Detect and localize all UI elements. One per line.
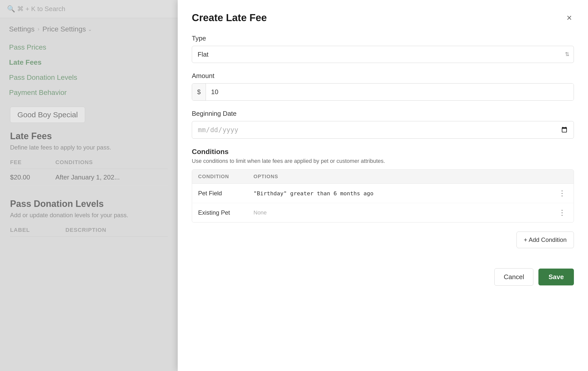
breadcrumb-current-label: Price Settings <box>43 25 86 33</box>
amount-field-group: Amount $ <box>192 72 574 101</box>
search-icon: 🔍 <box>7 5 15 13</box>
amount-prefix: $ <box>192 84 206 100</box>
col-header-options: OPTIONS <box>253 174 568 179</box>
sidebar-item-pass-prices[interactable]: Pass Prices <box>9 43 169 51</box>
type-label: Type <box>192 34 574 42</box>
breadcrumb-current: Price Settings ⌄ <box>43 25 92 33</box>
col-header-label: LABEL <box>10 227 65 233</box>
late-fees-table-header: FEE CONDITIONS <box>10 156 168 169</box>
sidebar-item-late-fees[interactable]: Late Fees <box>9 58 169 66</box>
donation-levels-section: Pass Donation Levels Add or update donat… <box>10 199 168 237</box>
late-fees-desc: Define late fees to apply to your pass. <box>10 144 168 151</box>
conditions-table-header: CONDITION OPTIONS <box>192 170 574 184</box>
sidebar: Pass Prices Late Fees Pass Donation Leve… <box>0 38 178 102</box>
footer-actions: Cancel Save <box>192 268 574 286</box>
col-header-conditions: CONDITIONS <box>55 159 168 166</box>
type-select-wrapper: Flat Percentage ⇅ <box>192 46 574 63</box>
type-field-group: Type Flat Percentage ⇅ <box>192 34 574 63</box>
chevron-down-icon: ⌄ <box>88 26 92 32</box>
sidebar-item-payment-behavior[interactable]: Payment Behavior <box>9 89 169 97</box>
modal-panel: Create Late Fee × Type Flat Percentage ⇅… <box>178 0 588 371</box>
search-text: ⌘ + K to Search <box>17 5 65 13</box>
amount-label: Amount <box>192 72 574 80</box>
beginning-date-field-group: Beginning Date <box>192 110 574 139</box>
conditions-section: Conditions Use conditions to limit when … <box>192 148 574 222</box>
cancel-button[interactable]: Cancel <box>494 268 533 286</box>
sidebar-item-pass-donation-levels[interactable]: Pass Donation Levels <box>9 73 169 82</box>
late-fees-section: Late Fees Define late fees to apply to y… <box>10 131 168 186</box>
condition-name-pet-field: Pet Field <box>198 190 253 197</box>
breadcrumb-root[interactable]: Settings <box>9 25 34 33</box>
donation-levels-desc: Add or update donation levels for your p… <box>10 212 168 219</box>
conditions-desc: Use conditions to limit when late fees a… <box>192 158 574 164</box>
beginning-date-label: Beginning Date <box>192 110 574 118</box>
col-header-fee: FEE <box>10 159 55 166</box>
search-bar[interactable]: 🔍 ⌘ + K to Search <box>0 0 178 18</box>
late-fees-title: Late Fees <box>10 131 168 141</box>
fee-value: $20.00 <box>10 173 55 181</box>
condition-more-button-existing-pet[interactable]: ⋮ <box>557 208 568 217</box>
amount-wrapper: $ <box>192 83 574 101</box>
close-button[interactable]: × <box>565 12 574 23</box>
donation-table-header: LABEL DESCRIPTION <box>10 224 168 237</box>
breadcrumb: Settings › Price Settings ⌄ <box>0 18 178 38</box>
donation-levels-title: Pass Donation Levels <box>10 199 168 209</box>
condition-name-existing-pet: Existing Pet <box>198 209 253 216</box>
col-header-description: DESCRIPTION <box>65 227 168 233</box>
left-panel: 🔍 ⌘ + K to Search Settings › Price Setti… <box>0 0 178 371</box>
table-row: $20.00 After January 1, 202... <box>10 169 168 186</box>
condition-options-existing-pet: None <box>253 209 557 216</box>
main-content: Good Boy Special Late Fees Define late f… <box>0 102 178 247</box>
save-button[interactable]: Save <box>538 269 574 285</box>
conditions-table: CONDITION OPTIONS Pet Field "Birthday" g… <box>192 169 574 222</box>
conditions-title: Conditions <box>192 148 574 156</box>
type-select[interactable]: Flat Percentage <box>192 46 574 63</box>
beginning-date-input[interactable] <box>192 121 574 139</box>
breadcrumb-separator: › <box>38 26 39 32</box>
amount-input[interactable] <box>206 84 574 100</box>
condition-row-pet-field: Pet Field "Birthday" greater than 6 mont… <box>192 184 574 203</box>
condition-more-button-pet-field[interactable]: ⋮ <box>557 189 568 198</box>
modal-title: Create Late Fee <box>192 12 267 23</box>
add-condition-button[interactable]: + Add Condition <box>517 232 574 248</box>
conditions-value: After January 1, 202... <box>55 173 168 181</box>
col-header-condition: CONDITION <box>198 174 253 179</box>
modal-header: Create Late Fee × <box>192 12 574 23</box>
condition-options-pet-field: "Birthday" greater than 6 months ago <box>253 190 557 197</box>
pass-name-badge: Good Boy Special <box>10 107 85 123</box>
condition-row-existing-pet: Existing Pet None ⋮ <box>192 203 574 222</box>
